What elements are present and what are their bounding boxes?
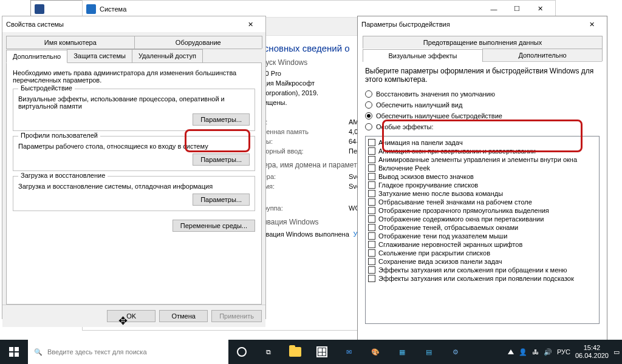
start-button[interactable]	[0, 340, 28, 364]
checkbox-icon	[368, 275, 375, 282]
dialog-title: Параметры быстродействия	[361, 21, 450, 28]
radio-restore-defaults[interactable]: Восстановить значения по умолчанию	[365, 89, 600, 99]
tab-dep[interactable]: Предотвращение выполнения данных	[363, 36, 603, 49]
tray-volume-icon[interactable]: 🔊	[544, 348, 552, 356]
move-cursor-icon: ✥	[118, 314, 128, 328]
tray-language[interactable]: РУС	[557, 348, 570, 356]
effect-label: Гладкое прокручивание списков	[378, 181, 478, 189]
taskbar: 🔍 Введите здесь текст для поиска ⧉ ✉ 🎨 ▦…	[0, 340, 622, 364]
radio-custom[interactable]: Особые эффекты:	[365, 121, 600, 132]
taskbar-explorer[interactable]	[282, 340, 309, 364]
user-profiles-group: Профили пользователей Параметры рабочего…	[13, 136, 255, 171]
svg-rect-3	[15, 352, 19, 357]
taskbar-mail[interactable]: ✉	[335, 340, 362, 364]
checkbox-icon	[368, 156, 375, 163]
window-title: Система	[100, 5, 126, 13]
effect-label: Сглаживание неровностей экранных шрифтов	[378, 241, 522, 248]
titlebar[interactable]: Свойства системы ✕	[2, 16, 265, 32]
tab-hardware[interactable]: Оборудование	[134, 36, 263, 49]
apply-button[interactable]: Применить	[211, 310, 262, 322]
system-properties-dialog: Свойства системы ✕ Имя компьютера Оборуд…	[2, 16, 266, 319]
effect-checkbox[interactable]: Отображение содержимого окна при перетас…	[367, 215, 598, 223]
effect-checkbox[interactable]: Эффекты затухания или скольжения при поя…	[367, 274, 598, 283]
taskbar-app-1[interactable]: ▦	[389, 340, 415, 364]
effect-checkbox[interactable]: Вывод эскизов вместо значков	[367, 172, 598, 181]
control-panel-icon	[86, 4, 96, 14]
effect-checkbox[interactable]: Сохранение вида эскизов панели задач	[367, 257, 598, 266]
effect-checkbox[interactable]: Отображение прозрачного прямоугольника в…	[367, 206, 598, 215]
task-view-button[interactable]: ⧉	[255, 340, 282, 364]
tab-computer-name[interactable]: Имя компьютера	[6, 36, 135, 49]
checkbox-icon	[368, 258, 375, 265]
radio-best-performance[interactable]: Обеспечить наилучшее быстродействие	[365, 110, 600, 121]
tab-system-protection[interactable]: Защита системы	[67, 49, 132, 62]
taskbar-app-2[interactable]: ▤	[415, 340, 442, 364]
svg-rect-2	[9, 352, 13, 357]
tray-people-icon[interactable]: 👤	[519, 348, 527, 356]
tray-network-icon[interactable]: 🖧	[532, 348, 539, 356]
effect-label: Анимация окон при свертывании и разверты…	[378, 147, 536, 155]
titlebar[interactable]: Система — ☐ ✕	[83, 1, 555, 18]
virtualbox-manager-window	[30, 0, 85, 17]
checkbox-icon	[368, 147, 375, 155]
effect-checkbox[interactable]: Анимация на панели задач	[367, 138, 598, 147]
effects-checklist[interactable]: Анимация на панели задачАнимация окон пр…	[365, 136, 600, 324]
search-input[interactable]: 🔍 Введите здесь текст для поиска	[28, 340, 228, 364]
effect-checkbox[interactable]: Отбрасывание теней значками на рабочем с…	[367, 198, 598, 206]
checkbox-icon	[368, 181, 375, 189]
checkbox-icon	[368, 215, 375, 223]
admin-note: Необходимо иметь права администратора дл…	[13, 69, 255, 84]
effect-label: Отображение тени под указателем мыши	[378, 232, 507, 240]
effect-label: Эффекты затухания или скольжения при поя…	[378, 275, 574, 282]
close-button[interactable]: ✕	[528, 1, 552, 17]
effect-label: Сохранение вида эскизов панели задач	[378, 258, 502, 265]
minimize-button[interactable]: —	[482, 1, 505, 17]
close-button[interactable]: ✕	[580, 16, 603, 32]
effect-label: Отображение содержимого окна при перетас…	[378, 215, 544, 223]
tray-notifications-icon[interactable]: ▭	[613, 348, 620, 356]
ok-button[interactable]: OK	[107, 310, 156, 322]
tab-visual-effects[interactable]: Визуальные эффекты	[363, 49, 483, 62]
tray-overflow-icon[interactable]	[508, 349, 514, 354]
effect-label: Вывод эскизов вместо значков	[378, 173, 474, 180]
effect-checkbox[interactable]: Эффекты затухания или скольжения при обр…	[367, 266, 598, 274]
taskbar-app-3[interactable]: ⚙	[442, 340, 469, 364]
cortana-button[interactable]	[228, 340, 255, 364]
tab-advanced[interactable]: Дополнительно	[482, 49, 603, 61]
tray-clock[interactable]: 15:42 06.04.2020	[575, 344, 609, 359]
environment-variables-button[interactable]: Переменные среды...	[173, 220, 255, 232]
profiles-settings-button[interactable]: Параметры...	[193, 153, 250, 166]
radio-best-appearance[interactable]: Обеспечить наилучший вид	[365, 99, 600, 110]
effect-checkbox[interactable]: Затухание меню после вызова команды	[367, 189, 598, 198]
effect-label: Затухание меню после вызова команды	[378, 190, 503, 197]
taskbar-store[interactable]	[309, 340, 335, 364]
tab-advanced[interactable]: Дополнительно	[6, 50, 67, 63]
effect-checkbox[interactable]: Отображение теней, отбрасываемых окнами	[367, 223, 598, 232]
effect-checkbox[interactable]: Включение Peek	[367, 164, 598, 172]
startup-settings-button[interactable]: Параметры...	[193, 194, 250, 206]
cancel-button[interactable]: Отмена	[159, 310, 208, 322]
checkbox-icon	[368, 198, 375, 206]
taskbar-paint[interactable]: 🎨	[362, 340, 389, 364]
maximize-button[interactable]: ☐	[505, 1, 528, 17]
effect-checkbox[interactable]: Анимированные элементы управления и элем…	[367, 155, 598, 164]
effect-checkbox[interactable]: Скольжение при раскрытии списков	[367, 249, 598, 257]
performance-settings-button[interactable]: Параметры...	[193, 113, 250, 126]
checkbox-icon	[368, 232, 375, 240]
checkbox-icon	[368, 164, 375, 172]
virtualbox-icon	[35, 4, 44, 14]
dialog-title: Свойства системы	[6, 21, 64, 28]
checkbox-icon	[368, 241, 375, 248]
checkbox-icon	[368, 139, 375, 146]
titlebar[interactable]: Параметры быстродействия ✕	[358, 16, 607, 32]
startup-recovery-group: Загрузка и восстановление Загрузка и вос…	[13, 176, 255, 211]
effect-checkbox[interactable]: Отображение тени под указателем мыши	[367, 232, 598, 240]
tab-remote[interactable]: Удаленный доступ	[132, 49, 203, 62]
performance-options-dialog: Параметры быстродействия ✕ Предотвращени…	[357, 16, 607, 346]
effect-checkbox[interactable]: Сглаживание неровностей экранных шрифтов	[367, 240, 598, 249]
effect-checkbox[interactable]: Гладкое прокручивание списков	[367, 181, 598, 189]
checkbox-icon	[368, 207, 375, 214]
effect-label: Отображение прозрачного прямоугольника в…	[378, 207, 549, 214]
close-button[interactable]: ✕	[239, 16, 262, 32]
effect-checkbox[interactable]: Анимация окон при свертывании и разверты…	[367, 147, 598, 155]
